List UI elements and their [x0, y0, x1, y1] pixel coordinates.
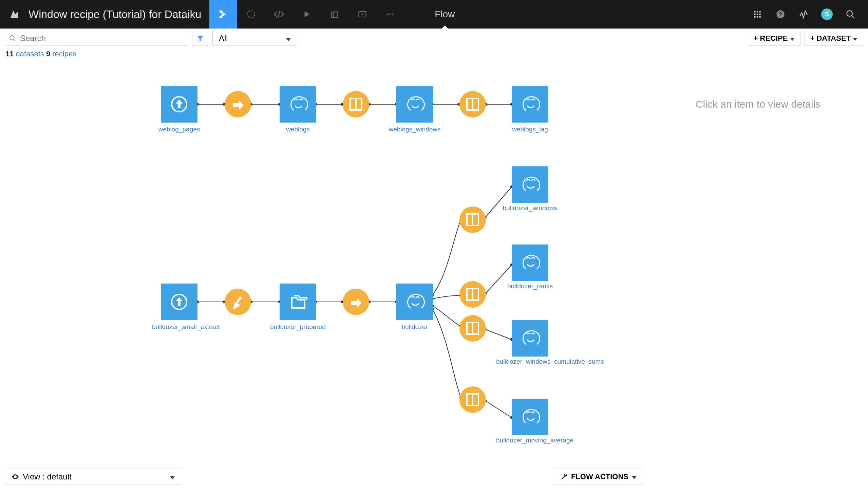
svg-line-31 [485, 187, 512, 217]
label-bulldozer-ranks: bulldozer_ranks [496, 283, 564, 290]
recipe-window-2[interactable] [459, 91, 486, 117]
dataset-weblogs[interactable] [280, 86, 316, 123]
label-bulldozer-prepared: bulldozer_prepared [265, 323, 331, 331]
recipe-prepare[interactable] [225, 289, 251, 315]
svg-point-16 [847, 11, 852, 16]
dataset-bulldozer-windows[interactable] [512, 166, 548, 203]
datasets-count: 11 [5, 50, 14, 58]
activity-icon[interactable] [798, 9, 809, 20]
dataset-bulldozer-moving-average[interactable] [512, 399, 548, 435]
add-recipe-button[interactable]: + RECIPE [748, 31, 800, 46]
svg-line-33 [485, 329, 512, 340]
recipes-count: 9 [46, 50, 50, 58]
svg-rect-7 [759, 11, 760, 12]
tab-code[interactable] [265, 0, 293, 29]
svg-rect-13 [759, 16, 760, 17]
tab-circle[interactable] [237, 0, 265, 29]
label-weblogs-lag: weblogs_lag [499, 126, 561, 133]
dataset-bulldozer-small-extract[interactable] [161, 284, 197, 320]
dataset-weblogs-windows[interactable] [396, 86, 433, 123]
detail-hint: Click an item to view details [696, 98, 820, 110]
tab-slides[interactable] [348, 0, 376, 29]
svg-rect-6 [757, 11, 758, 12]
project-title[interactable]: Window recipe (Tutorial) for Dataiku [29, 8, 201, 21]
recipe-window-br[interactable] [459, 281, 486, 308]
svg-rect-12 [757, 16, 758, 17]
svg-rect-5 [754, 11, 755, 12]
svg-rect-9 [757, 14, 758, 15]
flow-actions-label: FLOW ACTIONS [571, 472, 628, 481]
plus-icon: + [810, 34, 815, 43]
recipes-link[interactable]: recipes [52, 50, 76, 58]
svg-point-2 [387, 14, 389, 15]
svg-text:?: ? [779, 11, 782, 17]
flow-canvas[interactable]: weblog_pages weblogs weblogs_windows web… [0, 58, 648, 491]
recipe-sync-2[interactable] [343, 289, 369, 315]
svg-point-17 [10, 36, 14, 40]
recipe-sync-1[interactable] [225, 91, 251, 117]
recipe-window-bma[interactable] [459, 386, 486, 413]
flow-actions-button[interactable]: FLOW ACTIONS [554, 469, 643, 485]
view-label: View : default [23, 472, 72, 481]
search-input-icon [5, 35, 20, 42]
add-dataset-label: DATASET [816, 34, 851, 43]
dataset-bulldozer-prepared[interactable] [280, 284, 316, 320]
label-bulldozer-windows: bulldozer_windows [496, 204, 564, 212]
search-icon[interactable] [845, 9, 856, 20]
search-input[interactable] [20, 34, 188, 43]
filter-button[interactable] [192, 31, 208, 46]
breadcrumb[interactable]: Flow [435, 0, 455, 29]
tab-dashboard[interactable] [321, 0, 348, 29]
svg-point-4 [392, 14, 394, 15]
type-filter-select[interactable]: All [212, 31, 297, 46]
recipe-window-bw[interactable] [459, 206, 486, 233]
svg-point-0 [248, 11, 255, 18]
flow-edges [0, 58, 648, 491]
label-weblogs-windows: weblogs_windows [380, 126, 449, 133]
eye-icon [11, 473, 19, 481]
tab-more[interactable] [376, 0, 404, 29]
recipe-window-bcs[interactable] [459, 315, 486, 342]
svg-point-3 [390, 14, 391, 15]
chevron-down-icon [853, 34, 857, 43]
detail-pane: Click an item to view details [648, 58, 868, 491]
label-bulldozer-moving-average: bulldozer_moving_average [496, 437, 564, 444]
type-filter-label: All [219, 34, 228, 43]
svg-line-34 [485, 401, 512, 418]
label-weblog-pages: weblog_pages [149, 126, 210, 133]
datasets-link[interactable]: datasets [16, 50, 44, 58]
help-icon[interactable]: ? [775, 9, 786, 20]
add-dataset-button[interactable]: + DATASET [805, 31, 863, 46]
recipe-window-1[interactable] [343, 91, 369, 117]
chevron-down-icon [286, 34, 291, 43]
tab-play[interactable] [293, 0, 321, 29]
dataiku-logo-icon[interactable] [6, 0, 22, 29]
label-bulldozer: bulldozer [384, 323, 445, 331]
topbar-right: ? S [752, 8, 868, 20]
label-weblogs: weblogs [267, 126, 328, 133]
add-recipe-label: RECIPE [760, 34, 788, 43]
label-bulldozer-small-extract: bulldozer_small_extract [152, 323, 206, 331]
dataset-bulldozer[interactable] [396, 284, 433, 320]
svg-rect-8 [754, 14, 755, 15]
chevron-down-icon [632, 472, 637, 481]
dataset-weblog-pages[interactable] [161, 86, 197, 123]
wrench-icon [560, 473, 568, 480]
chevron-down-icon [170, 472, 175, 481]
dataset-bulldozer-ranks[interactable] [512, 244, 548, 281]
dataset-weblogs-lag[interactable] [512, 86, 548, 123]
label-bulldozer-windows-cumsums: bulldozer_windows_cumulative_sums [496, 358, 564, 366]
apps-icon[interactable] [752, 9, 763, 20]
nav-tabs [209, 0, 404, 29]
search-box [5, 31, 188, 46]
view-select[interactable]: View : default [5, 469, 181, 485]
dataset-bulldozer-windows-cumsums[interactable] [512, 320, 548, 357]
flow-toolbar: All + RECIPE + DATASET [0, 29, 868, 48]
plus-icon: + [754, 34, 758, 43]
tab-flow[interactable] [209, 0, 237, 29]
svg-rect-10 [759, 14, 760, 15]
chevron-down-icon [790, 34, 795, 43]
svg-rect-11 [754, 16, 755, 17]
user-avatar[interactable]: S [821, 8, 833, 20]
canvas-bottom-bar: View : default FLOW ACTIONS [5, 469, 643, 485]
